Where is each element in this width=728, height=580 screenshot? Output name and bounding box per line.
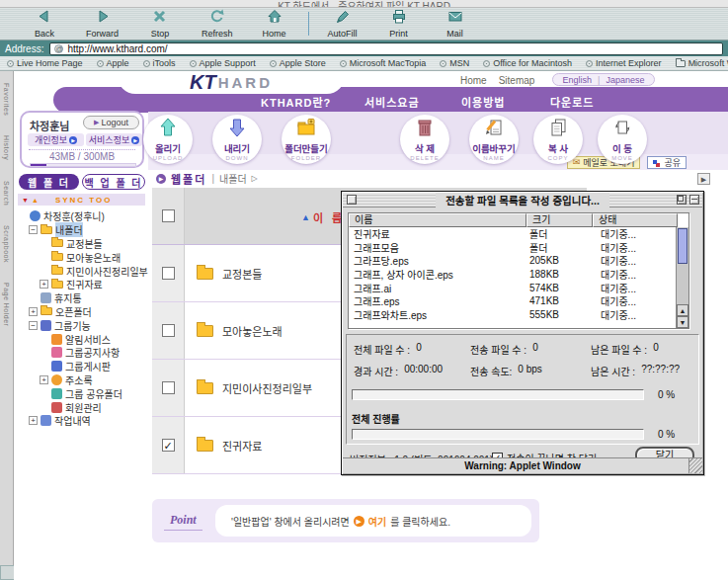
tree-expander[interactable]: + (40, 280, 48, 289)
point-here-link[interactable]: 여기 (368, 514, 386, 529)
browser-refresh-button[interactable]: Refresh (202, 9, 233, 39)
tree-expander[interactable]: + (29, 416, 38, 425)
breadcrumb-current[interactable]: 내폴더 (219, 171, 247, 186)
page-next-button[interactable]: ▶ (697, 173, 710, 185)
browser-forward-button[interactable]: Forward (86, 9, 119, 39)
file-name[interactable]: 지민이사진정리일부 (222, 380, 312, 396)
explorer-tab-page-holder[interactable]: Page Holder (3, 283, 10, 326)
link-english[interactable]: English (563, 75, 593, 85)
tree-item-작업내역[interactable]: +작업내역 (16, 414, 148, 428)
link-japanese[interactable]: Japanese (606, 75, 644, 85)
favorite-msn[interactable]: MSN (440, 58, 469, 68)
favorite-apple-support[interactable]: Apple Support (190, 58, 256, 68)
collapse-icon[interactable]: ▼ (22, 197, 29, 204)
explorer-tab-history[interactable]: History (3, 135, 10, 160)
tree-item-오픈폴더[interactable]: +오픈폴더 (16, 305, 148, 319)
row-checkbox[interactable] (162, 267, 175, 280)
upload-button[interactable]: 올리기UPLOAD (143, 115, 193, 164)
delete-button[interactable]: 삭 제DELETE (400, 115, 449, 164)
dialog-zoom-box[interactable] (677, 195, 687, 205)
explorer-tab-favorites[interactable]: Favorites (3, 83, 10, 116)
tree-item-알림서비스[interactable]: 알림서비스 (16, 332, 148, 346)
select-all-checkbox[interactable] (162, 209, 175, 222)
tree-expander[interactable]: − (29, 225, 38, 234)
link-sitemap[interactable]: Sitemap (499, 75, 535, 86)
file-name[interactable]: 모아놓은노래 (222, 323, 283, 339)
tree-item-휴지통[interactable]: 휴지통 (16, 291, 148, 305)
favorite-apple-store[interactable]: Apple Store (270, 58, 326, 68)
transfer-row[interactable]: 그래프.eps471KB대기중... (349, 294, 676, 308)
favorite-microsoft-mactopia[interactable]: Microsoft MacTopia (340, 58, 427, 68)
row-checkbox[interactable] (162, 324, 175, 337)
scroll-up-button[interactable]: ▲ (677, 304, 688, 316)
resize-handle[interactable] (688, 458, 702, 473)
tree-expander[interactable]: + (29, 307, 38, 316)
column-header-2[interactable]: 상태 (593, 213, 678, 227)
service-info-button[interactable]: 서비스정보 ▶ (86, 133, 142, 146)
browser-home-button[interactable]: Home (260, 9, 289, 39)
address-input[interactable]: @ http://www.kthard.com/ (49, 42, 723, 55)
browser-print-button[interactable]: Print (384, 9, 414, 39)
personal-info-button[interactable]: 개인정보 ▶ (28, 133, 84, 146)
tree-item-차정훈(정후니)[interactable]: 차정훈(정후니) (16, 209, 148, 223)
browser-back-button[interactable]: Back (30, 9, 59, 39)
tab-backup-folder[interactable]: 백 업 폴 더 (82, 174, 145, 190)
tree-item-그룹공지사항[interactable]: 그룹공지사항 (16, 346, 148, 360)
breadcrumb-root[interactable]: 웹폴더 (171, 171, 206, 187)
favorite-apple[interactable]: Apple (97, 58, 129, 68)
file-list-scrollbar[interactable]: ▲ ▼ (676, 227, 688, 328)
tree-item-지민이사진정리일부[interactable]: 지민이사진정리일부 (16, 264, 148, 278)
transfer-row[interactable]: 그라프당.eps205KB대기중... (349, 254, 676, 268)
rename-button[interactable]: 이름바꾸기NAME (469, 115, 519, 164)
tree-item-진귀자료[interactable]: +진귀자료 (16, 278, 148, 291)
browser-autofill-button[interactable]: AutoFill (328, 9, 358, 39)
dialog-titlebar[interactable]: 전송할 파일 목록을 작성 중입니다... (343, 193, 702, 207)
favorite-microsoft-web-sites[interactable]: Microsoft Web Sites (676, 58, 728, 68)
move-button[interactable]: 이 동MOVE (598, 115, 647, 164)
explorer-tab-search[interactable]: Search (3, 181, 10, 206)
column-header-0[interactable]: 이름 (349, 213, 526, 227)
column-header-1[interactable]: 크기 (526, 213, 593, 227)
tree-item-회원관리[interactable]: 회원관리 (16, 400, 148, 414)
expand-icon[interactable]: ▲ (32, 197, 39, 204)
transfer-row[interactable]: 그래프모음폴더대기중... (349, 241, 676, 255)
breadcrumb-play-icon[interactable]: ▶ (156, 174, 166, 184)
explorer-tab-scrapbook[interactable]: Scrapbook (3, 225, 10, 263)
tree-expander[interactable]: + (40, 375, 48, 384)
scroll-down-button[interactable]: ▼ (677, 316, 688, 328)
copy-button[interactable]: 복 사COPY (533, 115, 583, 164)
tree-expander[interactable]: − (29, 321, 38, 330)
transfer-row[interactable]: 그래프와차트.eps555KB대기중... (349, 308, 676, 322)
tree-item-그룹기능[interactable]: −그룹기능 (16, 318, 148, 332)
browser-stop-button[interactable]: Stop (145, 9, 175, 39)
favorite-office-for-macintosh[interactable]: Office for Macintosh (483, 58, 572, 68)
scrollbar-thumb[interactable] (678, 228, 688, 264)
transfer-row[interactable]: 진귀자료폴더대기중... (349, 227, 676, 241)
row-checkbox[interactable]: ✓ (162, 439, 175, 452)
favorite-itools[interactable]: iTools (143, 58, 176, 68)
dialog-collapse-box[interactable] (689, 195, 699, 205)
tree-item-모아놓은노래[interactable]: 모아놓은노래 (16, 250, 148, 264)
new-folder-button[interactable]: 폴더만들기FOLDER (282, 115, 331, 164)
kthard-logo[interactable]: KT HARD (118, 71, 345, 94)
sort-ascending-icon[interactable]: ▲ (301, 212, 310, 222)
file-name[interactable]: 진귀자료 (222, 438, 262, 454)
row-checkbox[interactable] (162, 381, 175, 394)
download-button[interactable]: 내리기DOWN (212, 115, 262, 164)
browser-mail-button[interactable]: Mail (441, 9, 470, 39)
file-name[interactable]: 교정본들 (222, 266, 262, 282)
nav-item-1[interactable]: 서비스요금 (364, 94, 420, 110)
tree-item-교정본들[interactable]: 교정본들 (16, 237, 148, 251)
tree-item-그룹 공유폴더[interactable]: 그룹 공유폴더 (16, 386, 148, 400)
nav-item-0[interactable]: KTHARD란? (261, 94, 331, 110)
tree-item-주소록[interactable]: +주소록 (16, 373, 148, 387)
favorite-internet-explorer[interactable]: Internet Explorer (586, 58, 662, 68)
tree-item-내폴더[interactable]: −내폴더 (16, 223, 148, 237)
favorite-live-home-page[interactable]: Live Home Page (7, 58, 83, 68)
link-home[interactable]: Home (460, 75, 487, 86)
tab-web-folder[interactable]: 웹 폴 더 (19, 174, 79, 190)
nav-item-3[interactable]: 다운로드 (550, 94, 594, 110)
tree-item-그룹게시판[interactable]: 그룹게시판 (16, 360, 148, 373)
dialog-close-box[interactable] (347, 195, 357, 205)
transfer-row[interactable]: 그래프, 상자 아이콘.eps188KB대기중... (349, 268, 676, 282)
